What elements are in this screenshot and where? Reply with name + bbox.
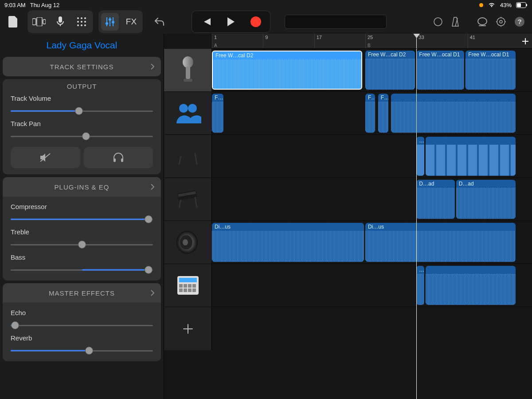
go-to-start-button[interactable] [194, 13, 219, 31]
audio-region[interactable]: Free W…cal D2 [365, 51, 415, 90]
region-label: Fr…s I [212, 94, 223, 101]
lcd-display[interactable] [285, 15, 387, 29]
audio-region[interactable]: … [416, 137, 424, 176]
timeline-ruler[interactable]: 1A91725B3341 [212, 34, 532, 49]
treble-slider[interactable] [11, 240, 153, 249]
help-button[interactable]: ? [514, 16, 525, 27]
svg-point-21 [112, 21, 114, 24]
battery-icon [516, 2, 528, 8]
audio-region[interactable]: D…ad [416, 180, 455, 219]
audio-region[interactable]: Free W…ocal D1 [466, 51, 515, 90]
track-row[interactable]: D…adD…ad [164, 178, 532, 221]
track-controls-button[interactable] [101, 13, 119, 31]
audio-region[interactable] [426, 266, 516, 305]
selected-track-name: Lady Gaga Vocal [0, 34, 164, 57]
solo-headphones-button[interactable] [84, 147, 153, 168]
region-label: Di…us [212, 223, 364, 230]
browser-view-button[interactable] [30, 13, 48, 31]
track-row[interactable]: … [164, 264, 532, 307]
track-header[interactable] [164, 178, 212, 221]
reverb-slider[interactable] [11, 346, 153, 355]
svg-point-35 [183, 56, 193, 68]
track-header[interactable] [164, 221, 212, 264]
my-songs-button[interactable] [4, 13, 22, 31]
track-row[interactable]: Fr…s IF…IFr…s I [164, 92, 532, 135]
track-header[interactable] [164, 92, 212, 134]
svg-rect-53 [184, 284, 187, 288]
audio-region[interactable]: … [416, 266, 424, 305]
audio-region[interactable]: F…I [365, 94, 375, 133]
track-pan-slider[interactable] [11, 132, 153, 141]
plugins-section: PLUG-INS & EQ Compressor Treble Bass [3, 177, 161, 280]
region-label: D…ad [456, 180, 516, 187]
track-header[interactable] [164, 135, 212, 178]
metronome-icon[interactable] [450, 16, 460, 27]
track-lane[interactable]: … [212, 135, 532, 178]
status-time: 9:03 AM [4, 2, 26, 8]
master-effects-header[interactable]: MASTER EFFECTS [3, 283, 161, 303]
track-settings-section[interactable]: TRACK SETTINGS [3, 57, 161, 76]
add-section-button[interactable] [519, 34, 532, 48]
track-header[interactable] [164, 49, 212, 91]
bass-slider[interactable] [11, 265, 153, 274]
plugins-label: PLUG-INS & EQ [55, 183, 110, 191]
region-label: Free W…cal D2 [213, 51, 361, 59]
audio-region[interactable]: Free W…ocal D1 [416, 51, 464, 90]
track-header[interactable] [164, 264, 212, 307]
plugins-header[interactable]: PLUG-INS & EQ [3, 177, 161, 197]
undo-button[interactable] [151, 13, 168, 31]
track-settings-label: TRACK SETTINGS [50, 63, 113, 71]
track-lane[interactable]: … [212, 264, 532, 307]
key1-icon [175, 145, 201, 167]
master-volume-icon[interactable] [434, 17, 442, 26]
track-inspector-panel: Lady Gaga Vocal TRACK SETTINGS OUTPUT Tr… [0, 34, 164, 399]
region-label: F…I [365, 94, 375, 101]
track-lanes: Free W…cal D2Free W…cal D2Free W…ocal D1… [164, 49, 532, 399]
svg-point-38 [179, 104, 188, 113]
track-row[interactable]: Di…usDi…us [164, 221, 532, 264]
svg-line-41 [179, 156, 181, 165]
track-lane[interactable]: Di…usDi…us [212, 221, 532, 264]
mute-button[interactable] [11, 147, 80, 168]
group-icon [175, 102, 201, 124]
fx-button[interactable]: FX [122, 13, 140, 31]
svg-line-45 [179, 200, 181, 208]
svg-rect-37 [184, 79, 192, 82]
track-volume-label: Track Volume [11, 95, 153, 102]
track-row[interactable]: … [164, 135, 532, 178]
track-row[interactable]: Free W…cal D2Free W…cal D2Free W…ocal D1… [164, 49, 532, 92]
echo-slider[interactable] [11, 321, 153, 330]
record-button[interactable] [243, 13, 268, 31]
track-volume-slider[interactable] [11, 107, 153, 115]
audio-region[interactable]: Free W…cal D2 [212, 51, 362, 90]
audio-region[interactable] [426, 137, 516, 176]
add-track-button[interactable] [164, 307, 212, 350]
mic-input-button[interactable] [51, 13, 69, 31]
playhead[interactable] [416, 49, 417, 399]
svg-rect-54 [188, 284, 192, 288]
svg-rect-58 [188, 288, 192, 292]
track-lane[interactable]: Free W…cal D2Free W…cal D2Free W…ocal D1… [212, 49, 532, 91]
svg-rect-57 [184, 288, 187, 292]
grid-view-button[interactable] [73, 13, 90, 31]
svg-rect-33 [113, 158, 116, 162]
audio-region[interactable]: D…ad [456, 180, 516, 219]
settings-button[interactable] [496, 16, 506, 27]
fx-group: FX [98, 10, 143, 33]
audio-region[interactable]: Di…us [365, 223, 516, 262]
play-button[interactable] [219, 13, 243, 31]
region-label: Fr…s I [378, 94, 388, 101]
audio-region[interactable] [391, 94, 516, 133]
svg-rect-4 [37, 17, 42, 26]
track-lane[interactable]: D…adD…ad [212, 178, 532, 221]
compressor-label: Compressor [11, 203, 153, 210]
compressor-slider[interactable] [11, 215, 153, 224]
audio-region[interactable]: Fr…s I [378, 94, 388, 133]
audio-region[interactable]: Di…us [212, 223, 364, 262]
region-label: Di…us [365, 223, 516, 230]
audio-region[interactable]: Fr…s I [212, 94, 223, 133]
ios-status-bar: 9:03 AM Thu Aug 12 43% [0, 0, 532, 10]
loop-browser-button[interactable] [477, 17, 488, 27]
svg-line-46 [195, 197, 197, 208]
track-lane[interactable]: Fr…s IF…IFr…s I [212, 92, 532, 134]
